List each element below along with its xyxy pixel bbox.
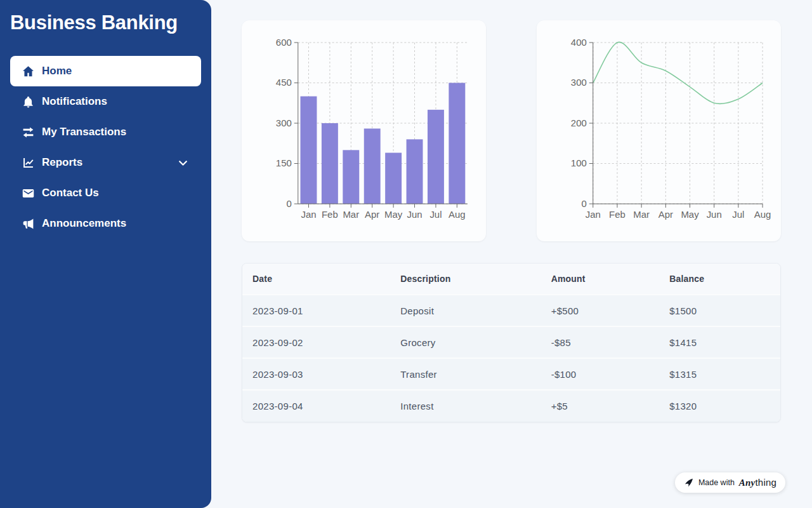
sidebar-item-announcements[interactable]: Announcements xyxy=(10,208,201,239)
sidebar-item-label: Announcements xyxy=(42,217,126,230)
svg-text:May: May xyxy=(681,209,699,220)
table-cell: +$5 xyxy=(541,390,660,422)
table-cell: $1315 xyxy=(659,358,780,390)
line-chart-card: 0100200300400JanFebMarAprMayJunJulAug xyxy=(537,20,781,241)
brand-rest: thing xyxy=(755,477,776,488)
sidebar-item-contact-us[interactable]: Contact Us xyxy=(10,178,201,208)
table-body: 2023-09-01Deposit+$500$15002023-09-02Gro… xyxy=(242,295,780,422)
table-cell: 2023-09-02 xyxy=(242,326,390,358)
transactions-table: Date Description Amount Balance 2023-09-… xyxy=(242,264,780,422)
brand-name: Anything xyxy=(739,477,776,488)
column-header-description: Description xyxy=(390,264,540,295)
table-cell: 2023-09-01 xyxy=(242,295,390,326)
table-row: 2023-09-04Interest+$5$1320 xyxy=(242,390,780,422)
svg-text:450: 450 xyxy=(276,77,292,88)
sidebar-item-reports[interactable]: Reports xyxy=(10,147,201,178)
sidebar-item-label: Contact Us xyxy=(42,187,99,199)
table-cell: 2023-09-04 xyxy=(242,390,390,422)
table-row: 2023-09-02Grocery-$85$1415 xyxy=(242,326,780,358)
column-header-date: Date xyxy=(242,264,390,295)
brand-italic: Any xyxy=(739,478,756,488)
main-content: 0150300450600JanFebMarAprMayJunJulAug 01… xyxy=(211,0,812,508)
table-cell: $1500 xyxy=(659,295,780,326)
table-header: Date Description Amount Balance xyxy=(242,264,780,295)
charts-row: 0150300450600JanFebMarAprMayJunJulAug 01… xyxy=(242,20,781,241)
svg-text:Feb: Feb xyxy=(322,209,338,220)
sidebar-item-home[interactable]: Home xyxy=(10,56,201,86)
sidebar-item-label: Home xyxy=(42,65,72,77)
svg-text:Jun: Jun xyxy=(407,209,422,220)
svg-text:Jul: Jul xyxy=(732,209,744,220)
svg-text:100: 100 xyxy=(571,157,587,168)
sidebar-item-label: My Transactions xyxy=(42,126,126,138)
made-with-anything-badge[interactable]: Made with Anything xyxy=(675,472,785,493)
sidebar-nav: Home Notifications My Transactions Repor… xyxy=(0,56,211,239)
svg-text:600: 600 xyxy=(276,37,292,48)
table-cell: 2023-09-03 xyxy=(242,358,390,390)
megaphone-icon xyxy=(22,217,35,231)
anything-logo-icon xyxy=(684,478,694,488)
svg-text:300: 300 xyxy=(571,77,587,88)
svg-text:Feb: Feb xyxy=(609,209,625,220)
svg-text:May: May xyxy=(384,209,403,220)
bar-chart: 0150300450600JanFebMarAprMayJunJulAug xyxy=(242,20,486,241)
sidebar-item-my-transactions[interactable]: My Transactions xyxy=(10,117,201,147)
table-cell: +$500 xyxy=(541,295,660,326)
made-with-text: Made with xyxy=(698,478,735,487)
bar-chart-card: 0150300450600JanFebMarAprMayJunJulAug xyxy=(242,20,486,241)
sidebar-item-notifications[interactable]: Notifications xyxy=(10,86,201,117)
app-title: Business Banking xyxy=(0,10,211,36)
sidebar-item-label: Reports xyxy=(42,156,82,169)
svg-text:Jul: Jul xyxy=(429,209,442,220)
sidebar-item-label: Notifications xyxy=(42,95,107,108)
table-cell: $1320 xyxy=(659,390,780,422)
svg-text:300: 300 xyxy=(276,117,292,128)
svg-text:Apr: Apr xyxy=(658,209,673,220)
table-cell: -$100 xyxy=(541,358,660,390)
sidebar: Business Banking Home Notifications My T… xyxy=(0,0,211,508)
svg-text:0: 0 xyxy=(581,198,586,209)
home-icon xyxy=(22,65,35,78)
svg-text:Apr: Apr xyxy=(365,209,379,220)
svg-text:400: 400 xyxy=(571,37,587,48)
svg-text:Mar: Mar xyxy=(633,209,650,220)
table-cell: $1415 xyxy=(659,326,780,358)
column-header-balance: Balance xyxy=(659,264,780,295)
table-cell: Grocery xyxy=(390,326,540,358)
column-header-amount: Amount xyxy=(541,264,660,295)
table-cell: Transfer xyxy=(390,358,540,390)
table-cell: -$85 xyxy=(541,326,660,358)
svg-text:200: 200 xyxy=(571,117,587,128)
svg-text:Jan: Jan xyxy=(301,209,316,220)
svg-text:Jan: Jan xyxy=(586,209,601,220)
mail-icon xyxy=(22,187,35,200)
table-row: 2023-09-01Deposit+$500$1500 xyxy=(242,295,780,326)
line-chart: 0100200300400JanFebMarAprMayJunJulAug xyxy=(537,20,781,241)
table-cell: Interest xyxy=(390,390,540,422)
chevron-down-icon xyxy=(176,156,190,169)
svg-text:Aug: Aug xyxy=(754,209,771,220)
svg-text:Mar: Mar xyxy=(343,209,359,220)
transfer-arrows-icon xyxy=(22,126,35,139)
bell-icon xyxy=(22,95,35,109)
svg-text:Aug: Aug xyxy=(449,209,466,220)
svg-text:150: 150 xyxy=(276,157,292,168)
svg-text:Jun: Jun xyxy=(707,209,722,220)
table-cell: Deposit xyxy=(390,295,540,326)
table-row: 2023-09-03Transfer-$100$1315 xyxy=(242,358,780,390)
chart-line-icon xyxy=(22,156,35,170)
transactions-table-card: Date Description Amount Balance 2023-09-… xyxy=(242,263,781,422)
svg-text:0: 0 xyxy=(286,198,291,209)
